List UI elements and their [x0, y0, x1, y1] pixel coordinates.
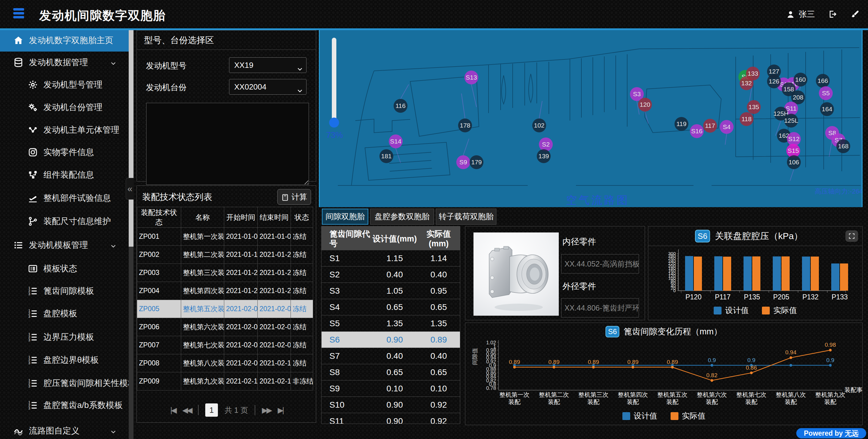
- flow-node-125L[interactable]: 125L: [784, 114, 798, 127]
- engine-unit-select[interactable]: XX02004: [229, 79, 307, 95]
- clearance-row[interactable]: S20.400.40: [321, 266, 460, 283]
- sidebar-item[interactable]: 整机部件试验信息: [0, 187, 129, 209]
- clearance-row[interactable]: S100.900.92: [321, 397, 460, 413]
- line-point[interactable]: [553, 366, 555, 369]
- status-table-row[interactable]: ZP003整机第三次装配2021-01-22021-01-2冻结: [137, 264, 313, 282]
- line-point[interactable]: [829, 349, 832, 352]
- sidebar-item[interactable]: 流路图自定义: [0, 420, 129, 439]
- clearance-row[interactable]: S60.900.89: [321, 332, 460, 348]
- current-page-box[interactable]: 1: [205, 403, 218, 417]
- logout-icon[interactable]: [828, 10, 837, 19]
- line-point[interactable]: [711, 379, 713, 382]
- clearance-row[interactable]: S51.351.35: [321, 315, 460, 332]
- flow-node-166[interactable]: 166: [816, 74, 830, 88]
- bar-design[interactable]: [714, 256, 722, 291]
- bar-design[interactable]: [685, 256, 693, 291]
- line-point[interactable]: [671, 366, 674, 369]
- sidebar-collapse-handle[interactable]: «: [126, 178, 134, 200]
- flow-node-S4[interactable]: S4: [720, 120, 734, 134]
- tab-cavity-parameter-twin[interactable]: 盘腔参数双胞胎: [370, 209, 434, 225]
- menu-toggle-icon[interactable]: [13, 8, 24, 20]
- tab-rotor-load-twin[interactable]: 转子载荷双胞胎: [436, 209, 496, 225]
- clearance-row[interactable]: S90.100.10: [321, 381, 460, 397]
- flow-node-126[interactable]: 126: [767, 75, 781, 88]
- flow-node-160[interactable]: 160: [794, 73, 807, 87]
- next-page-icon[interactable]: ▶▶: [262, 406, 271, 415]
- line-point[interactable]: [632, 366, 634, 369]
- air-flow-diagram[interactable]: S13116178S14181S9179102S2139S3120119S161…: [319, 30, 863, 207]
- flow-node-120[interactable]: 120: [638, 98, 652, 112]
- status-table-row[interactable]: ZP006整机第六次装配2021-02-02021-02-0冻结: [137, 318, 313, 336]
- flow-node-102[interactable]: 102: [532, 118, 546, 133]
- status-table-row[interactable]: ZP005整机第五次装配2021-02-02021-02-0冻结: [137, 300, 313, 318]
- fullscreen-icon[interactable]: [845, 230, 858, 242]
- sidebar-item[interactable]: 123盘腔边界θ模板: [0, 349, 129, 371]
- sidebar-item[interactable]: 发动机主单元体管理: [0, 119, 129, 141]
- theme-brush-icon[interactable]: [850, 10, 860, 19]
- legend-item[interactable]: 设计值: [714, 305, 749, 316]
- legend-item[interactable]: 实际值: [671, 411, 706, 421]
- line-point[interactable]: [711, 364, 713, 367]
- clearance-row[interactable]: S40.650.65: [321, 299, 460, 315]
- sidebar-item[interactable]: 123边界压力模板: [0, 326, 129, 348]
- bar-actual[interactable]: [840, 264, 848, 291]
- flow-node-S16[interactable]: S16: [690, 124, 704, 138]
- clearance-row[interactable]: S80.650.65: [321, 364, 460, 381]
- tab-clearance-twin[interactable]: 间隙双胞胎: [322, 209, 368, 225]
- flow-node-164[interactable]: 164: [820, 102, 834, 116]
- sidebar-item[interactable]: 发动机台份管理: [0, 96, 129, 118]
- clearance-row[interactable]: S11.151.14: [321, 250, 460, 266]
- status-table-row[interactable]: ZP002整机第二次装配2021-01-12021-01-2冻结: [137, 246, 313, 264]
- last-page-icon[interactable]: ▶|: [278, 406, 283, 415]
- sidebar-item[interactable]: 发动机型号管理: [0, 74, 129, 96]
- flow-node-139[interactable]: 139: [537, 149, 551, 163]
- flow-node-119[interactable]: 119: [675, 117, 688, 131]
- clearance-row[interactable]: S31.050.95: [321, 283, 460, 299]
- bar-design[interactable]: [831, 264, 839, 291]
- inner-part-value[interactable]: XX.44.052-高涡前挡板: [561, 254, 639, 273]
- sidebar-item[interactable]: 123盘腔篦齿a/b系数模板: [0, 394, 129, 416]
- remarks-textarea[interactable]: [146, 103, 309, 185]
- prev-page-icon[interactable]: ◀◀: [182, 406, 191, 415]
- line-point[interactable]: [789, 364, 792, 367]
- bar-design[interactable]: [802, 257, 810, 291]
- legend-item[interactable]: 实际值: [762, 305, 797, 316]
- bar-design[interactable]: [744, 256, 752, 291]
- flow-node-S13[interactable]: S13: [464, 70, 478, 84]
- line-point[interactable]: [513, 366, 516, 369]
- engine-model-select[interactable]: XX19: [229, 57, 307, 73]
- sidebar-item[interactable]: 发动机模板管理: [0, 234, 129, 256]
- clearance-row[interactable]: S110.900.92: [321, 413, 460, 424]
- flow-node-S14[interactable]: S14: [389, 135, 403, 148]
- status-table-row[interactable]: ZP009整机第九次装配2021-02-12021-02-1非冻结: [137, 372, 313, 390]
- flow-node-179[interactable]: 179: [470, 155, 484, 169]
- s6-badge[interactable]: S6: [695, 230, 710, 242]
- flow-node-178[interactable]: 178: [458, 118, 472, 133]
- outer-part-value[interactable]: XX.44.806-篦齿封严环: [561, 298, 639, 318]
- line-point[interactable]: [750, 372, 753, 374]
- line-point[interactable]: [592, 366, 595, 369]
- line-point[interactable]: [829, 364, 832, 367]
- status-table-row[interactable]: ZP004整机第四次装配2021-01-22021-01-2冻结: [137, 282, 313, 300]
- line-point[interactable]: [789, 356, 792, 359]
- flow-node-S2[interactable]: S2: [539, 138, 553, 151]
- flow-node-116[interactable]: 116: [394, 99, 407, 113]
- bar-actual[interactable]: [781, 256, 789, 291]
- user-menu[interactable]: 张三: [786, 9, 815, 20]
- clearance-row[interactable]: S70.400.40: [321, 348, 460, 364]
- sidebar-item[interactable]: 装配尺寸信息维护: [0, 210, 129, 232]
- bar-actual[interactable]: [723, 257, 731, 291]
- sidebar-item[interactable]: 实物零件信息: [0, 141, 129, 164]
- status-table-row[interactable]: ZP007整机第七次装配2021-02-02021-02-0冻结: [137, 336, 313, 354]
- bar-actual[interactable]: [811, 257, 819, 291]
- first-page-icon[interactable]: |◀: [170, 406, 176, 415]
- speed-slider-thumb[interactable]: [329, 118, 339, 127]
- flow-node-135[interactable]: 135: [747, 100, 761, 114]
- flow-node-181[interactable]: 181: [379, 149, 393, 163]
- legend-item[interactable]: 设计值: [622, 411, 657, 421]
- flow-node-117[interactable]: 117: [703, 119, 717, 133]
- flow-node-S5[interactable]: S5: [819, 86, 833, 100]
- bar-actual[interactable]: [694, 257, 702, 291]
- sidebar-item[interactable]: 123篦齿间隙模板: [0, 280, 129, 302]
- flow-node-132[interactable]: 132: [740, 76, 753, 90]
